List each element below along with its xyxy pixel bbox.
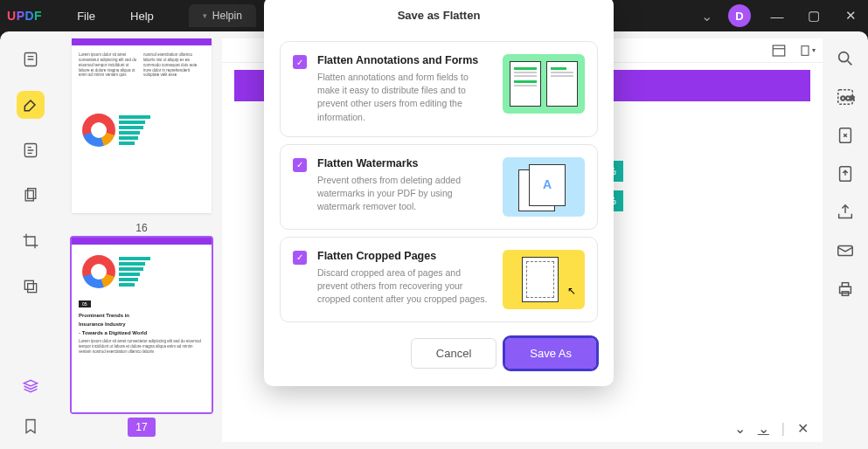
export-icon[interactable] bbox=[836, 164, 855, 183]
flatten-option-annotations[interactable]: ✓ Flatten Annotations and Forms Flatten … bbox=[280, 41, 598, 137]
tab-label: Helpin bbox=[212, 10, 242, 22]
option-preview-icon: A bbox=[503, 157, 585, 217]
option-preview-icon bbox=[503, 54, 585, 114]
right-toolbar: OCR bbox=[823, 31, 868, 449]
option-description: Prevent others from deleting added water… bbox=[317, 174, 492, 214]
crop-tool-icon[interactable] bbox=[17, 227, 45, 255]
app-logo: UPDF bbox=[7, 9, 42, 23]
thumbnail-page-number: 16 bbox=[72, 218, 212, 238]
page-thumbnail[interactable]: Lorem ipsum dolor sit amet consectetur a… bbox=[72, 38, 212, 213]
edit-tool-icon[interactable] bbox=[17, 136, 45, 164]
page-layout-icon[interactable]: ▾ bbox=[798, 42, 816, 59]
save-as-button[interactable]: Save As bbox=[505, 338, 596, 369]
document-footer-controls: ⌄ ⌄ | ✕ bbox=[734, 420, 809, 437]
menu-bar: File Help bbox=[77, 10, 154, 23]
flatten-option-cropped[interactable]: ✓ Flatten Cropped Pages Discard cropped … bbox=[280, 237, 598, 322]
share-icon[interactable] bbox=[836, 203, 855, 222]
menu-help[interactable]: Help bbox=[130, 10, 154, 23]
tab-close-icon[interactable]: ▾ bbox=[203, 11, 207, 20]
minimize-button[interactable]: — bbox=[767, 9, 788, 24]
svg-rect-15 bbox=[842, 283, 848, 287]
checkbox-icon[interactable]: ✓ bbox=[293, 158, 307, 172]
close-button[interactable]: ✕ bbox=[840, 8, 861, 24]
page-tool-icon[interactable] bbox=[17, 182, 45, 210]
option-description: Discard cropped area of pages and preven… bbox=[317, 266, 492, 307]
svg-rect-4 bbox=[24, 280, 33, 289]
svg-rect-6 bbox=[773, 45, 785, 56]
search-icon[interactable] bbox=[836, 49, 855, 68]
option-description: Flatten annotations and form fields to m… bbox=[317, 71, 492, 124]
cancel-button[interactable]: Cancel bbox=[411, 338, 496, 369]
option-title: Flatten Annotations and Forms bbox=[317, 54, 492, 66]
titlebar-controls: ⌄ D — ▢ ✕ bbox=[701, 4, 861, 27]
checkbox-icon[interactable]: ✓ bbox=[293, 55, 307, 69]
mail-icon[interactable] bbox=[836, 241, 855, 260]
option-preview-icon: ↖ bbox=[503, 250, 585, 309]
svg-point-8 bbox=[839, 52, 849, 62]
menu-file[interactable]: File bbox=[77, 10, 95, 23]
stack-icon[interactable] bbox=[17, 372, 45, 400]
svg-rect-13 bbox=[838, 246, 853, 256]
thumbnail-page-number: 17 bbox=[128, 418, 156, 437]
view-mode-icon[interactable] bbox=[770, 42, 788, 59]
svg-rect-5 bbox=[28, 284, 37, 293]
reader-tool-icon[interactable] bbox=[17, 45, 45, 73]
highlight-tool-icon[interactable] bbox=[17, 91, 45, 119]
dialog-title: Save as Flatten bbox=[264, 0, 614, 34]
save-flatten-dialog: Save as Flatten ✓ Flatten Annotations an… bbox=[264, 0, 614, 386]
svg-rect-3 bbox=[28, 189, 36, 199]
svg-rect-7 bbox=[802, 45, 809, 55]
user-avatar[interactable]: D bbox=[728, 4, 751, 27]
print-icon[interactable] bbox=[836, 280, 855, 299]
ocr-icon[interactable]: OCR bbox=[836, 87, 855, 107]
svg-rect-14 bbox=[840, 287, 851, 293]
maximize-button[interactable]: ▢ bbox=[803, 8, 824, 24]
dialog-actions: Cancel Save As bbox=[264, 329, 614, 372]
checkbox-icon[interactable]: ✓ bbox=[293, 251, 307, 265]
document-tab[interactable]: ▾ Helpin bbox=[189, 4, 256, 27]
jump-bottom-icon[interactable]: ⌄ bbox=[758, 420, 769, 437]
svg-rect-2 bbox=[25, 190, 33, 201]
chevron-down-icon[interactable]: ⌄ bbox=[701, 8, 712, 24]
thumbnail-panel: Lorem ipsum dolor sit amet consectetur a… bbox=[61, 31, 222, 449]
compress-icon[interactable] bbox=[836, 126, 855, 145]
option-title: Flatten Cropped Pages bbox=[317, 250, 492, 262]
left-toolbar-bottom bbox=[0, 372, 61, 440]
flatten-option-watermarks[interactable]: ✓ Flatten Watermarks Prevent others from… bbox=[280, 144, 598, 230]
close-panel-icon[interactable]: ✕ bbox=[797, 420, 809, 437]
page-thumbnail[interactable]: 05 Prominent Trends in Insurance Industr… bbox=[72, 238, 212, 412]
svg-text:OCR: OCR bbox=[841, 94, 855, 102]
bookmark-icon[interactable] bbox=[17, 412, 45, 440]
layers-tool-icon[interactable] bbox=[17, 273, 45, 300]
option-title: Flatten Watermarks bbox=[317, 157, 492, 169]
scroll-mode-icon[interactable]: ⌄ bbox=[734, 420, 746, 437]
